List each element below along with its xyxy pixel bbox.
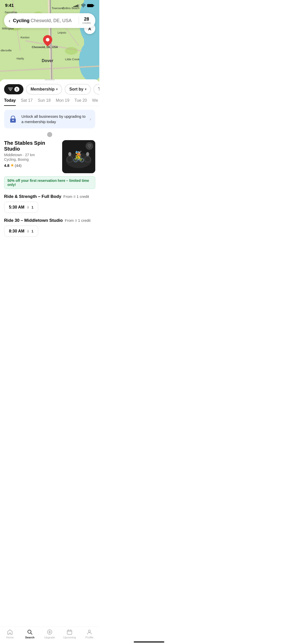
studio-rating: 4.8 ★ (44) [4, 163, 59, 168]
svg-point-14 [46, 38, 49, 41]
status-bar: 9:41 [0, 0, 99, 9]
original-credits-2: 3 [75, 218, 77, 223]
studio-image[interactable]: ♡ [62, 140, 95, 173]
class-time-button-2[interactable]: 8:30 AM 3 1 [4, 226, 38, 237]
membership-filter-button[interactable]: Membership ▾ [26, 84, 62, 95]
search-query: Cycling Cheswold, DE, USA [13, 18, 72, 23]
day-tabs: Today Sat 17 Sun 18 Mon 19 Tue 20 We [0, 98, 99, 106]
svg-rect-17 [93, 5, 94, 6]
active-filter-button[interactable]: 1 [4, 84, 23, 94]
class-name-row-1: Ride & Strength – Full Body From 3 1 cre… [4, 194, 95, 199]
active-filter-count: 1 [14, 87, 19, 92]
class-credit-new-1: 1 [32, 205, 34, 209]
studio-name: The Stables Spin Studio [4, 140, 59, 152]
class-name-row-2: Ride 30 – Middletown Studio From 3 1 cre… [4, 218, 95, 223]
wifi-icon [81, 4, 86, 7]
status-time: 9:41 [5, 3, 14, 8]
signal-icon [74, 4, 79, 7]
svg-point-22 [12, 120, 14, 121]
sort-by-dropdown-arrow: ▾ [85, 87, 86, 91]
rating-count: (44) [15, 163, 22, 168]
status-icons [74, 4, 94, 7]
class-credit-new-2: 1 [32, 229, 34, 233]
class-time-2: 8:30 AM [9, 229, 24, 233]
battery-icon [87, 4, 94, 7]
class-item-2: Ride 30 – Middletown Studio From 3 1 cre… [4, 218, 95, 237]
original-credits-1: 3 [73, 194, 75, 199]
svg-point-30 [86, 152, 89, 156]
class-item-1: Ride & Strength – Full Body From 3 1 cre… [4, 194, 95, 213]
tab-mon19[interactable]: Mon 19 [56, 98, 69, 106]
svg-point-28 [68, 152, 71, 156]
tab-we[interactable]: We [92, 98, 98, 106]
svg-point-26 [76, 155, 82, 162]
time-filter-button[interactable]: Time [93, 84, 99, 95]
credits-badge: 28 credits [79, 17, 91, 24]
map-label-adlersville: ·dlersville [0, 49, 12, 52]
filter-bar: 1 Membership ▾ Sort by ▾ Time [0, 84, 99, 98]
bottom-sheet: 1 Membership ▾ Sort by ▾ Time Today Sat … [0, 79, 99, 260]
tab-today[interactable]: Today [4, 98, 16, 106]
svg-line-31 [76, 151, 79, 154]
studio-location: Middletown · 27 km [4, 153, 59, 157]
map-view[interactable]: Townsend ·Collins Beach ·Sassafras Smyrn… [0, 0, 99, 81]
tab-sat17[interactable]: Sat 17 [21, 98, 33, 106]
sort-by-filter-label: Sort by [69, 87, 83, 92]
svg-point-15 [83, 7, 84, 7]
upgrade-banner[interactable]: Unlock all businesses by upgrading to a … [4, 110, 95, 128]
class-credit-strikethrough-2: 3 [27, 229, 29, 233]
drag-handle[interactable] [45, 79, 55, 80]
map-label-dover: Dover [42, 58, 53, 63]
studio-card: The Stables Spin Studio Middletown · 27 … [0, 140, 99, 237]
tab-sun18[interactable]: Sun 18 [38, 98, 51, 106]
membership-dropdown-arrow: ▾ [56, 87, 58, 91]
studio-info: The Stables Spin Studio Middletown · 27 … [4, 140, 59, 168]
tab-tue20[interactable]: Tue 20 [74, 98, 87, 106]
time-filter-label: Time [98, 87, 99, 92]
banner-dots [0, 132, 99, 139]
membership-filter-label: Membership [31, 87, 55, 92]
map-label-kenton: ·Kenton [20, 36, 30, 39]
rating-number: 4.8 [4, 163, 9, 168]
rating-star: ★ [10, 163, 14, 168]
upgrade-text: Unlock all businesses by upgrading to a … [21, 114, 86, 124]
map-pin[interactable] [43, 35, 52, 46]
sort-by-filter-button[interactable]: Sort by ▾ [65, 84, 91, 95]
studio-categories: Cycling, Boxing [4, 157, 59, 162]
class-time-1: 5:30 AM [9, 205, 24, 210]
class-name-1: Ride & Strength – Full Body [4, 194, 61, 199]
upgrade-arrow: › [90, 116, 91, 122]
class-name-2: Ride 30 – Middletown Studio [4, 218, 63, 223]
back-button[interactable]: ‹ [9, 18, 10, 24]
lock-icon [9, 115, 17, 123]
favorite-button[interactable]: ♡ [86, 142, 93, 150]
studio-header: The Stables Spin Studio Middletown · 27 … [4, 140, 95, 173]
search-bar[interactable]: ‹ Cycling Cheswold, DE, USA 28 credits [4, 13, 95, 28]
lock-icon-wrap [8, 114, 18, 124]
svg-point-29 [77, 151, 80, 155]
class-credit-1: From 3 1 credit [63, 194, 89, 199]
class-time-button-1[interactable]: 5:30 AM 3 1 [4, 202, 38, 213]
map-label-little-creek: ·Little Creek [65, 58, 80, 61]
svg-rect-16 [87, 4, 93, 7]
promo-badge: 50% off your first reservation here – li… [4, 176, 95, 189]
svg-line-32 [79, 151, 81, 154]
class-credit-strikethrough-1: 3 [27, 205, 29, 209]
svg-point-12 [65, 47, 78, 55]
search-bar-content: ‹ Cycling Cheswold, DE, USA [9, 18, 72, 24]
class-credit-2: From 3 1 credit [65, 218, 90, 223]
map-label-leipsic: Leipsic [58, 31, 66, 34]
map-label-hartly: ·Hartly [16, 57, 24, 60]
heart-icon: ♡ [88, 144, 91, 149]
